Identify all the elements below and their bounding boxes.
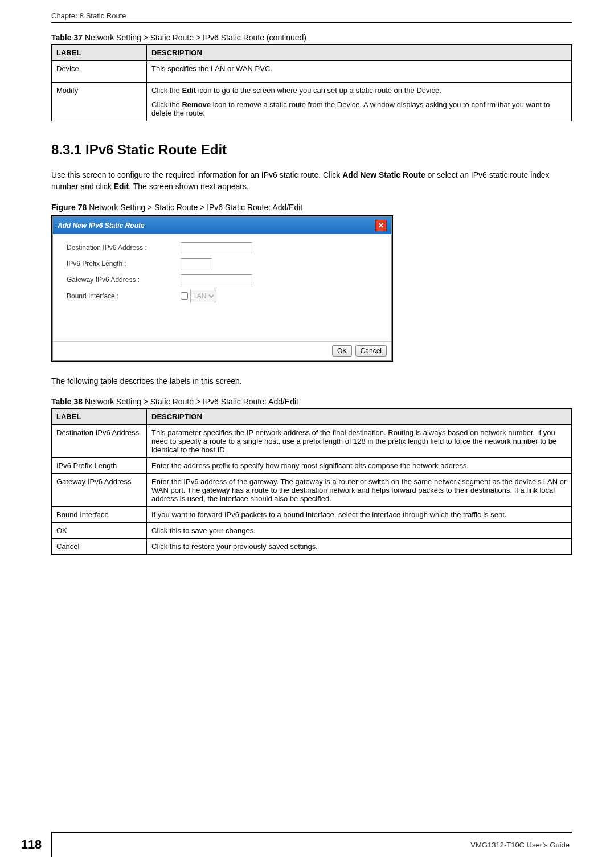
table37-header-description: DESCRIPTION [147,45,572,61]
table38-row3-desc: If you want to forward IPv6 packets to a… [147,506,572,522]
table37-row1-desc: Click the Edit icon to go to the screen … [147,83,572,121]
table38-caption-text: Network Setting > Static Route > IPv6 St… [83,397,298,406]
table-row: Gateway IPv6 Address Enter the IPv6 addr… [52,473,572,506]
bound-interface-label: Bound Interface : [67,292,181,300]
table-row: Bound Interface If you want to forward I… [52,506,572,522]
table37-row1-label: Modify [52,83,147,121]
table37: LABEL DESCRIPTION Device This specifies … [51,44,572,121]
gateway-ipv6-label: Gateway IPv6 Address : [67,276,181,284]
table37-caption-text: Network Setting > Static Route > IPv6 St… [83,33,306,42]
table38-header-label: LABEL [52,408,147,424]
table38-header-description: DESCRIPTION [147,408,572,424]
form-row-gateway: Gateway IPv6 Address : [67,274,378,285]
form-row-destination: Destination IPv6 Address : [67,242,378,253]
table37-caption-number: Table 37 [51,33,83,42]
table37-row0-label: Device [52,61,147,83]
table38-row1-desc: Enter the address prefix to specify how … [147,457,572,473]
destination-ipv6-input[interactable] [181,242,252,253]
gateway-ipv6-input[interactable] [181,274,252,285]
table38-row4-desc: Click this to save your changes. [147,522,572,538]
table-row: Modify Click the Edit icon to go to the … [52,83,572,121]
page-footer: 118 VMG1312-T10C User’s Guide [0,832,606,857]
table38-caption-number: Table 38 [51,397,83,406]
guide-name: VMG1312-T10C User’s Guide [52,841,572,849]
bound-interface-select[interactable]: LAN [190,290,216,302]
add-ipv6-static-route-dialog: Add New IPv6 Static Route ✕ Destination … [52,216,392,361]
section-intro: Use this screen to configure the require… [51,169,572,193]
table38-row3-label: Bound Interface [52,506,147,522]
table37-row1-desc-p0: Click the Edit icon to go to the screen … [152,86,567,95]
table-row: Cancel Click this to restore your previo… [52,538,572,554]
figure78: Add New IPv6 Static Route ✕ Destination … [51,215,393,362]
table38-row2-label: Gateway IPv6 Address [52,473,147,506]
table38-row5-desc: Click this to restore your previously sa… [147,538,572,554]
figure78-caption-number: Figure 78 [51,203,87,212]
table38-row0-desc: This parameter specifies the IP network … [147,424,572,457]
table37-row0-desc-p0: This specifies the LAN or WAN PVC. [152,64,567,73]
section-heading: 8.3.1 IPv6 Static Route Edit [51,142,572,158]
dialog-body: Destination IPv6 Address : IPv6 Prefix L… [53,234,391,341]
figure78-caption-text: Network Setting > Static Route > IPv6 St… [87,203,302,212]
table-row: IPv6 Prefix Length Enter the address pre… [52,457,572,473]
table38-row4-label: OK [52,522,147,538]
table37-caption: Table 37 Network Setting > Static Route … [51,33,572,42]
bound-interface-checkbox[interactable] [181,292,188,300]
dialog-titlebar: Add New IPv6 Static Route ✕ [53,217,391,234]
after-figure-text: The following table describes the labels… [51,375,572,387]
cancel-button[interactable]: Cancel [355,345,387,357]
dialog-footer: OK Cancel [53,341,391,360]
table-row: Device This specifies the LAN or WAN PVC… [52,61,572,83]
dialog-title-text: Add New IPv6 Static Route [58,222,145,230]
table38-row2-desc: Enter the IPv6 address of the gateway. T… [147,473,572,506]
destination-ipv6-label: Destination IPv6 Address : [67,244,181,252]
form-row-bound: Bound Interface : LAN [67,290,378,302]
table-row: OK Click this to save your changes. [52,522,572,538]
table38-caption: Table 38 Network Setting > Static Route … [51,397,572,406]
close-icon[interactable]: ✕ [375,220,387,231]
table-row: Destination IPv6 Address This parameter … [52,424,572,457]
table38-row5-label: Cancel [52,538,147,554]
header-rule [51,22,572,23]
ok-button[interactable]: OK [332,345,352,357]
ipv6-prefix-length-label: IPv6 Prefix Length : [67,260,181,268]
table38-row0-label: Destination IPv6 Address [52,424,147,457]
ipv6-prefix-length-input[interactable] [181,258,212,269]
running-header: Chapter 8 Static Route [51,11,572,22]
form-row-prefix: IPv6 Prefix Length : [67,258,378,269]
table38-row1-label: IPv6 Prefix Length [52,457,147,473]
table38: LABEL DESCRIPTION Destination IPv6 Addre… [51,408,572,555]
figure78-caption: Figure 78 Network Setting > Static Route… [51,203,572,212]
table37-row0-desc: This specifies the LAN or WAN PVC. [147,61,572,83]
table37-header-label: LABEL [52,45,147,61]
table37-row1-desc-p1: Click the Remove icon to remove a static… [152,100,567,117]
page-number: 118 [11,833,52,857]
